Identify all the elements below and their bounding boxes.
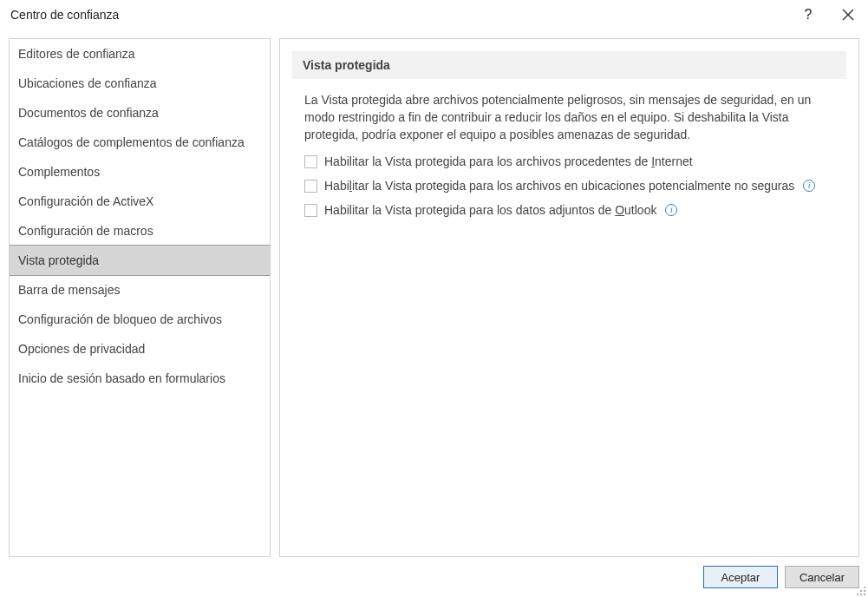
close-button[interactable]: [828, 3, 868, 27]
titlebar: Centro de confianza ?: [0, 0, 868, 30]
sidebar-item-trusted-locations[interactable]: Ubicaciones de confianza: [10, 69, 270, 98]
checkbox-group: Habilitar la Vista protegida para los ar…: [292, 154, 846, 218]
sidebar-item-file-block[interactable]: Configuración de bloqueo de archivos: [10, 305, 270, 334]
content-panel: Vista protegida La Vista protegida abre …: [279, 38, 859, 557]
close-icon: [842, 9, 854, 21]
checkbox-row-unsafe-locations[interactable]: Habilitar la Vista protegida para los ar…: [304, 178, 834, 194]
svg-point-7: [857, 594, 858, 595]
checkbox-internet[interactable]: [304, 155, 317, 168]
help-icon: ?: [805, 8, 813, 22]
sidebar: Editores de confianza Ubicaciones de con…: [9, 38, 271, 557]
sidebar-item-protected-view[interactable]: Vista protegida: [9, 245, 271, 276]
checkbox-unsafe-locations[interactable]: [304, 180, 317, 193]
svg-point-4: [860, 590, 862, 592]
cancel-button[interactable]: Cancelar: [785, 566, 859, 588]
sidebar-item-trusted-documents[interactable]: Documentos de confianza: [10, 98, 270, 128]
svg-point-6: [860, 594, 862, 595]
sidebar-item-addins[interactable]: Complementos: [10, 157, 270, 187]
sidebar-item-addin-catalogs[interactable]: Catálogos de complementos de confianza: [10, 128, 270, 157]
sidebar-item-activex-settings[interactable]: Configuración de ActiveX: [10, 187, 270, 216]
ok-button[interactable]: Aceptar: [703, 566, 778, 588]
dialog-title: Centro de confianza: [10, 8, 788, 22]
resize-grip[interactable]: [856, 585, 866, 595]
dialog-footer: Aceptar Cancelar: [0, 557, 868, 597]
sidebar-item-message-bar[interactable]: Barra de mensajes: [10, 275, 270, 305]
checkbox-row-internet[interactable]: Habilitar la Vista protegida para los ar…: [304, 154, 834, 169]
checkbox-label-outlook-attachments: Habilitar la Vista protegida para los da…: [324, 202, 656, 218]
help-button[interactable]: ?: [788, 3, 828, 27]
checkbox-row-outlook-attachments[interactable]: Habilitar la Vista protegida para los da…: [304, 202, 834, 218]
checkbox-label-internet: Habilitar la Vista protegida para los ar…: [324, 154, 693, 169]
info-icon[interactable]: [803, 180, 815, 192]
checkbox-label-unsafe-locations: Habilitar la Vista protegida para los ar…: [324, 178, 794, 194]
sidebar-item-trusted-publishers[interactable]: Editores de confianza: [10, 39, 270, 69]
section-description: La Vista protegida abre archivos potenci…: [292, 91, 846, 154]
info-icon[interactable]: [665, 204, 677, 216]
titlebar-buttons: ?: [788, 3, 868, 27]
svg-point-3: [864, 590, 865, 592]
section-header: Vista protegida: [292, 51, 846, 79]
resize-grip-icon: [856, 586, 866, 596]
sidebar-item-privacy-options[interactable]: Opciones de privacidad: [10, 334, 270, 364]
svg-point-2: [864, 587, 865, 588]
sidebar-item-form-signin[interactable]: Inicio de sesión basado en formularios: [10, 364, 270, 393]
dialog-body: Editores de confianza Ubicaciones de con…: [0, 30, 868, 557]
trust-center-dialog: Centro de confianza ? Editores de confia…: [0, 0, 868, 597]
checkbox-outlook-attachments[interactable]: [304, 204, 317, 217]
svg-point-5: [864, 594, 865, 595]
sidebar-item-macro-settings[interactable]: Configuración de macros: [10, 216, 270, 246]
